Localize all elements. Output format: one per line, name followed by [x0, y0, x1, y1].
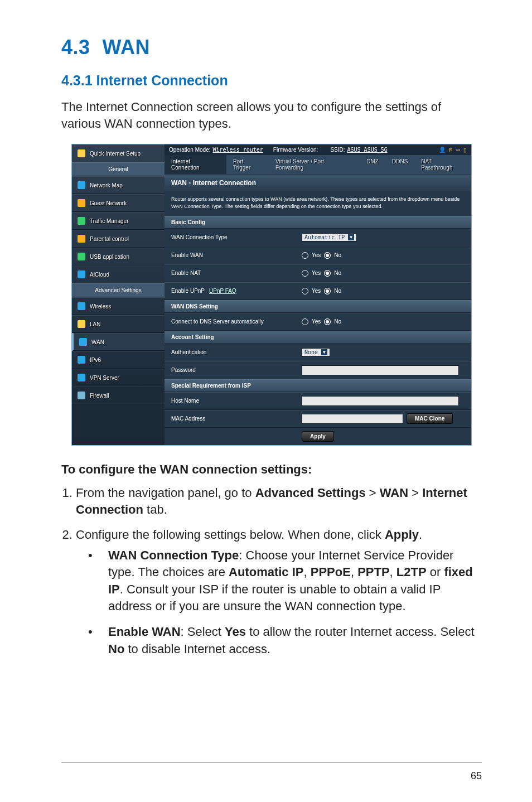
row-authentication: Authentication None: [165, 344, 471, 361]
router-screenshot: Quick Internet Setup General Network Map…: [71, 144, 472, 445]
mac-label: MAC Address: [165, 412, 295, 425]
row-wan-connection-type: WAN Connection Type Automatic IP: [165, 229, 471, 247]
section-number: 4.3: [61, 36, 90, 59]
sidebar-item-lan[interactable]: LAN: [72, 315, 165, 333]
step-2: Configure the following settings below. …: [76, 526, 482, 658]
section-wan-dns: WAN DNS Setting: [165, 300, 471, 313]
host-name-input[interactable]: [302, 396, 459, 406]
password-label: Password: [165, 364, 295, 376]
dns-auto-label: Connect to DNS Server automatically: [165, 315, 295, 328]
sidebar-item-label: Guest Network: [90, 200, 127, 206]
apply-button[interactable]: Apply: [302, 431, 334, 442]
host-name-label: Host Name: [165, 394, 295, 407]
radio-label: Yes: [312, 270, 321, 276]
sidebar-item-label: VPN Server: [90, 375, 119, 381]
sidebar-item-guest-network[interactable]: Guest Network: [72, 194, 165, 212]
sidebar-item-wan[interactable]: WAN: [72, 333, 165, 351]
tab-port-trigger[interactable]: Port Trigger: [226, 155, 269, 174]
ssid-value[interactable]: ASUS ASUS_5G: [347, 147, 388, 153]
chart-icon: [78, 217, 85, 225]
password-input[interactable]: [302, 365, 459, 375]
intro-paragraph: The Internet Connection screen allows yo…: [61, 99, 482, 132]
usb-icon: [78, 253, 85, 260]
sidebar-item-traffic-manager[interactable]: Traffic Manager: [72, 212, 165, 230]
topbar-icons: 👤 ⎘ ⇦ ▯: [439, 147, 467, 153]
cloud-icon: [78, 270, 85, 278]
page-number: 65: [471, 770, 482, 782]
panel-desc: Router supports several connection types…: [165, 191, 471, 215]
ipv6-icon: [78, 356, 85, 364]
mac-clone-button[interactable]: MAC Clone: [407, 413, 453, 424]
auth-label: Authentication: [165, 346, 295, 359]
instructions-list: From the navigation panel, go to Advance…: [61, 485, 482, 658]
sidebar-item-label: Parental control: [90, 236, 129, 242]
mobile-icon[interactable]: ▯: [463, 147, 467, 153]
dns-yes-radio[interactable]: [302, 318, 308, 325]
tab-ddns[interactable]: DDNS: [385, 155, 414, 174]
mac-input[interactable]: [302, 414, 403, 424]
step-1: From the navigation panel, go to Advance…: [76, 485, 482, 519]
enable-upnp-no-radio[interactable]: [324, 288, 331, 294]
sidebar-item-label: Quick Internet Setup: [90, 151, 141, 157]
row-enable-nat: Enable NAT Yes No: [165, 264, 471, 282]
sidebar-item-firewall[interactable]: Firewall: [72, 386, 165, 404]
wan-type-select[interactable]: Automatic IP: [302, 233, 357, 241]
panel-title: WAN - Internet Connection: [165, 175, 471, 191]
radio-label: Yes: [312, 288, 321, 294]
enable-nat-no-radio[interactable]: [324, 270, 331, 277]
row-password: Password: [165, 361, 471, 379]
settings-icon[interactable]: ⎘: [449, 147, 452, 153]
sidebar-item-label: AiCloud: [90, 272, 109, 278]
radio-label: No: [334, 318, 341, 325]
enable-nat-label: Enable NAT: [165, 267, 295, 279]
enable-nat-yes-radio[interactable]: [302, 270, 308, 277]
wan-type-label: WAN Connection Type: [165, 231, 295, 244]
sidebar-item-ipv6[interactable]: IPv6: [72, 351, 165, 369]
row-enable-upnp: Enable UPnPUPnP FAQ Yes No: [165, 282, 471, 300]
row-dns-auto: Connect to DNS Server automatically Yes …: [165, 313, 471, 331]
op-mode-value[interactable]: Wireless router: [213, 147, 263, 153]
radio-label: Yes: [312, 318, 321, 325]
shield-icon: [78, 392, 85, 399]
sidebar-item-aicloud[interactable]: AiCloud: [72, 265, 165, 283]
user-icon[interactable]: 👤: [439, 147, 446, 153]
tab-dmz[interactable]: DMZ: [360, 155, 385, 174]
radio-label: No: [334, 288, 341, 294]
sidebar-heading-general: General: [72, 162, 165, 176]
dns-no-radio[interactable]: [324, 318, 331, 325]
auth-select[interactable]: None: [302, 348, 330, 356]
op-mode-label: Operation Mode:: [169, 147, 211, 153]
logout-icon[interactable]: ⇦: [456, 147, 460, 153]
sidebar-item-wireless[interactable]: Wireless: [72, 297, 165, 315]
topbar: Operation Mode: Wireless router Firmware…: [165, 144, 471, 155]
radio-label: Yes: [312, 252, 321, 258]
enable-wan-yes-radio[interactable]: [302, 252, 308, 259]
sidebar-item-label: USB application: [90, 254, 129, 260]
enable-wan-no-radio[interactable]: [324, 252, 331, 259]
instructions-heading: To configure the WAN connection settings…: [61, 462, 482, 477]
upnp-faq-link[interactable]: UPnP FAQ: [209, 288, 236, 294]
subsection-title: 4.3.1 Internet Connection: [61, 73, 482, 89]
people-icon: [78, 199, 85, 207]
sidebar-item-label: WAN: [91, 339, 104, 345]
tab-nat-passthrough[interactable]: NAT Passthrough: [414, 155, 471, 174]
fw-label: Firmware Version:: [273, 147, 318, 153]
enable-upnp-label: Enable UPnPUPnP FAQ: [165, 284, 295, 297]
sidebar-item-usb-application[interactable]: USB application: [72, 248, 165, 265]
sidebar-item-label: Traffic Manager: [90, 218, 128, 224]
sidebar-item-parental-control[interactable]: Parental control: [72, 230, 165, 248]
sidebar-item-qis[interactable]: Quick Internet Setup: [72, 144, 165, 162]
sidebar-item-network-map[interactable]: Network Map: [72, 176, 165, 194]
bullet-wan-connection-type: WAN Connection Type: Choose your Interne…: [76, 547, 482, 615]
enable-upnp-yes-radio[interactable]: [302, 288, 308, 294]
footer-rule: [61, 762, 482, 763]
bullet-enable-wan: Enable WAN: Select Yes to allow the rout…: [76, 624, 482, 658]
section-isp-requirement: Special Requirement from ISP: [165, 379, 471, 392]
sidebar-item-vpn-server[interactable]: VPN Server: [72, 369, 165, 386]
section-account-setting: Account Setting: [165, 331, 471, 344]
sidebar-item-label: Wireless: [90, 303, 111, 310]
sidebar-item-label: Firewall: [90, 393, 109, 399]
lock-icon: [78, 235, 85, 243]
tab-virtual-server[interactable]: Virtual Server / Port Forwarding: [269, 155, 360, 174]
tab-internet-connection[interactable]: Internet Connection: [165, 155, 226, 174]
